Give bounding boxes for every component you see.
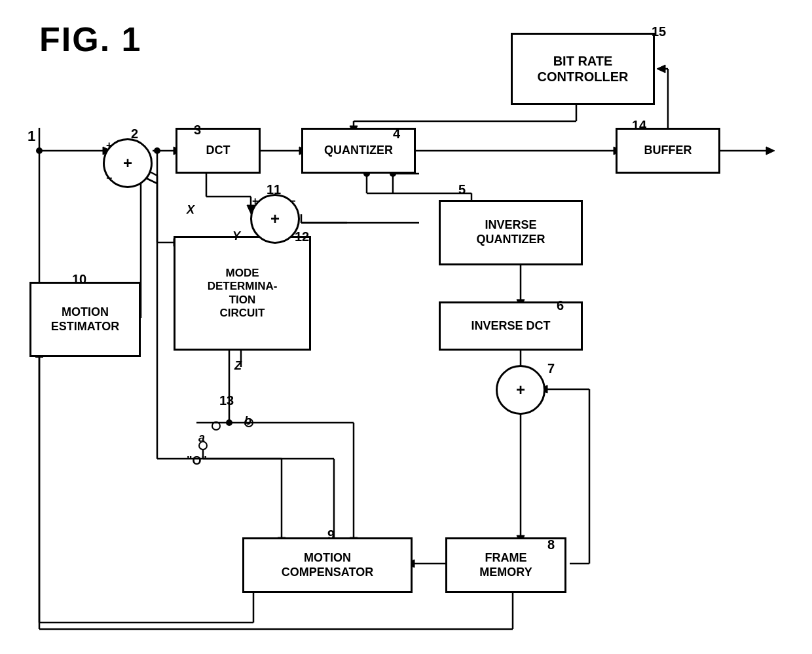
svg-point-61	[36, 147, 43, 154]
svg-point-70	[226, 419, 232, 426]
label-6: 6	[557, 298, 564, 313]
sum2-plus: +	[252, 195, 258, 207]
svg-marker-13	[657, 65, 665, 73]
label-4: 4	[393, 126, 400, 142]
label-o: "O"	[187, 454, 207, 468]
inverse-quantizer-block: INVERSEQUANTIZER	[439, 200, 583, 265]
label-12: 12	[295, 229, 309, 244]
label-5: 5	[458, 182, 466, 197]
label-8: 8	[547, 537, 555, 552]
label-11: 11	[267, 182, 281, 197]
label-y: Y	[232, 229, 240, 243]
sum3-circle: +	[496, 365, 545, 415]
label-13: 13	[219, 393, 234, 408]
label-1: 1	[28, 128, 35, 145]
label-z: Z	[234, 359, 242, 373]
svg-point-62	[154, 147, 160, 154]
sum1-minus: −	[106, 172, 112, 184]
motion-compensator-block: MOTIONCOMPENSATOR	[242, 537, 413, 593]
bit-rate-controller-block: BIT RATECONTROLLER	[511, 33, 655, 105]
dct-block: DCT	[175, 128, 261, 174]
label-14: 14	[632, 118, 646, 133]
sum1-plus: +	[106, 140, 112, 151]
label-15: 15	[652, 24, 666, 39]
label-3: 3	[194, 123, 201, 138]
label-9: 9	[327, 528, 335, 543]
label-2: 2	[131, 126, 138, 142]
sum2-minus: −	[289, 195, 295, 207]
svg-marker-10	[766, 147, 775, 155]
label-a: a	[198, 431, 205, 445]
buffer-block: BUFFER	[616, 128, 720, 174]
svg-point-71	[212, 422, 220, 430]
label-10: 10	[72, 272, 86, 287]
mode-determination-block: MODEDETERMINA-TIONCIRCUIT	[174, 236, 311, 351]
label-b: b	[244, 414, 251, 428]
motion-estimator-block: MOTIONESTIMATOR	[29, 282, 141, 357]
label-7: 7	[547, 361, 555, 376]
figure-title: FIG. 1	[39, 20, 141, 59]
label-x: X	[187, 203, 194, 217]
